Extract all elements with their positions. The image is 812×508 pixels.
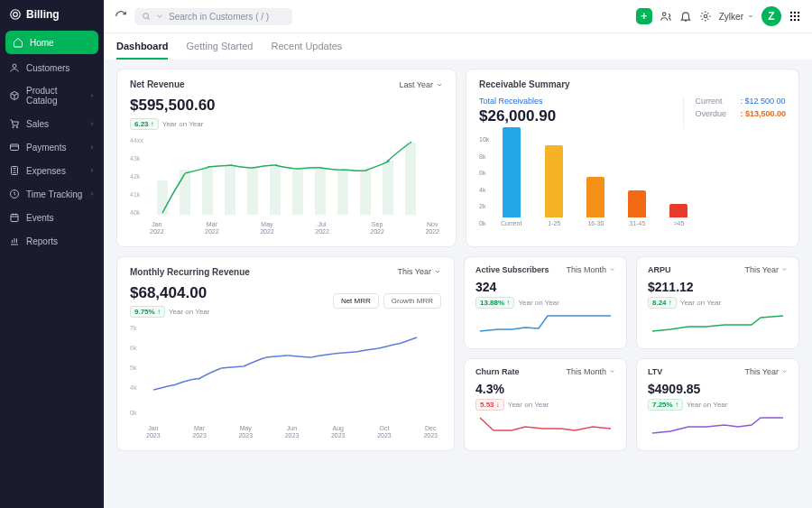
ltv-card: LTVThis Year $4909.85 7.25% ↑Year on Yea… (636, 358, 799, 451)
period-selector[interactable]: This Year (744, 265, 788, 274)
svg-rect-4 (11, 144, 19, 151)
chevron-right-icon (89, 93, 95, 98)
cart-icon (9, 118, 20, 129)
sidebar-item-time-tracking[interactable]: Time Tracking (0, 182, 104, 206)
svg-rect-32 (315, 168, 326, 215)
delta: 9.75% ↑Year on Year (130, 306, 209, 318)
svg-rect-27 (202, 167, 213, 215)
mrr-value: $68,404.00 (130, 284, 209, 302)
delta: 6.23 ↑ Year on Year (130, 118, 443, 130)
period-selector[interactable]: This Year (744, 367, 788, 376)
receivable-card: Receivable Summary Total Receivables $26… (466, 69, 799, 247)
users-icon[interactable] (660, 10, 672, 23)
svg-point-1 (13, 64, 16, 68)
calc-icon (9, 165, 20, 176)
period-selector[interactable]: This Month (566, 367, 615, 376)
svg-point-16 (798, 15, 799, 17)
bar-Current (503, 127, 521, 217)
sidebar-item-reports[interactable]: Reports (0, 229, 104, 253)
org-menu[interactable]: Zylker (719, 12, 754, 22)
sidebar-item-payments[interactable]: Payments (0, 135, 104, 159)
svg-text:43k: 43k (130, 155, 141, 162)
svg-rect-33 (337, 170, 348, 215)
sidebar-item-events[interactable]: Events (0, 206, 104, 229)
svg-text:7k: 7k (130, 325, 137, 331)
svg-rect-26 (180, 170, 190, 215)
chevron-down-icon (436, 81, 443, 88)
tab-recent-updates[interactable]: Recent Updates (271, 41, 342, 60)
chevron-right-icon (89, 168, 95, 173)
bar->45 (669, 204, 687, 217)
svg-point-11 (790, 12, 792, 14)
topbar: Search in Customers ( / ) + Zylker Z (104, 0, 812, 33)
growth-mrr-button[interactable]: Growth MRR (383, 293, 441, 309)
chevron-down-icon (781, 368, 788, 374)
sidebar-item-expenses[interactable]: Expenses (0, 159, 104, 182)
svg-point-2 (13, 126, 14, 128)
svg-rect-31 (292, 169, 303, 215)
svg-text:40k: 40k (130, 209, 141, 216)
sidebar-item-home[interactable]: Home (5, 31, 98, 54)
search-input[interactable]: Search in Customers ( / ) (134, 8, 292, 25)
arpu-card: ARPUThis Year $211.12 8.24 ↑Year on Year (636, 256, 799, 349)
svg-rect-36 (405, 143, 416, 215)
sidebar-item-product-catalog[interactable]: Product Catalog (0, 79, 104, 112)
period-selector[interactable]: This Year (397, 267, 441, 276)
net-mrr-button[interactable]: Net MRR (333, 293, 379, 309)
clock-icon (9, 189, 20, 199)
receivable-sublabel: Total Receivables (479, 97, 665, 106)
svg-text:44xx: 44xx (130, 137, 143, 143)
svg-point-14 (790, 15, 792, 17)
bar-31-45 (628, 190, 646, 217)
cal-icon (9, 212, 20, 223)
svg-point-18 (794, 19, 796, 21)
main: Search in Customers ( / ) + Zylker Z Das… (104, 0, 812, 508)
svg-rect-35 (383, 161, 393, 215)
svg-point-10 (704, 14, 707, 18)
period-selector[interactable]: Last Year (399, 80, 443, 89)
subs-card: Active SubscribersThis Month 324 13.88% … (464, 256, 627, 349)
svg-point-17 (790, 19, 792, 21)
churn-spark (475, 411, 615, 438)
card-title: Receivable Summary (479, 79, 570, 89)
add-button[interactable]: + (636, 8, 652, 24)
svg-rect-29 (247, 168, 258, 215)
mrr-toggle: Net MRR Growth MRR (333, 293, 441, 309)
tabs: DashboardGetting StartedRecent Updates (104, 33, 812, 60)
bell-icon[interactable] (679, 10, 692, 23)
brand: Billing (0, 0, 104, 29)
chevron-down-icon (434, 268, 441, 275)
chevron-right-icon (89, 191, 95, 197)
mrr-card: Monthly Recurring Revenue This Year $68,… (116, 256, 455, 451)
ltv-spark (648, 411, 788, 438)
refresh-icon[interactable] (115, 10, 127, 23)
card-title: Monthly Recurring Revenue (130, 267, 250, 277)
net-revenue-value: $595,500.60 (130, 97, 443, 115)
churn-card: Churn RateThis Month 4.3% 5.53 ↓Year on … (464, 358, 627, 451)
mrr-chart: 7k6k5k4k0k Jan2023Mar2023May2023Jun2023A… (130, 323, 441, 440)
chevron-down-icon (781, 266, 788, 272)
sidebar-item-customers[interactable]: Customers (0, 56, 104, 79)
svg-point-9 (662, 13, 666, 15)
tab-getting-started[interactable]: Getting Started (186, 41, 253, 60)
chevron-right-icon (89, 121, 95, 126)
sidebar-item-sales[interactable]: Sales (0, 112, 104, 135)
sidebar: Billing HomeCustomersProduct CatalogSale… (0, 0, 104, 508)
receivable-breakdown: Current: $12 500 00 Overdue: $13,500.00 (683, 97, 786, 129)
tab-dashboard[interactable]: Dashboard (116, 41, 168, 60)
arpu-spark (648, 309, 788, 336)
period-selector[interactable]: This Month (566, 265, 615, 274)
chevron-down-icon (609, 368, 615, 374)
chevron-down-icon (609, 266, 615, 272)
svg-text:5k: 5k (130, 365, 137, 371)
home-icon (13, 37, 23, 48)
svg-point-12 (794, 12, 796, 14)
nav-list: HomeCustomersProduct CatalogSalesPayment… (0, 29, 104, 253)
receivable-chart: 10k8k6k4k2k0k Current1-2516-3031-45>45 (479, 136, 786, 226)
gear-icon[interactable] (699, 10, 712, 23)
chevron-down-icon[interactable] (155, 12, 164, 21)
svg-point-8 (143, 14, 149, 19)
avatar[interactable]: Z (761, 6, 781, 26)
apps-icon[interactable] (789, 10, 801, 23)
card-title: Net Revenue (130, 79, 185, 89)
